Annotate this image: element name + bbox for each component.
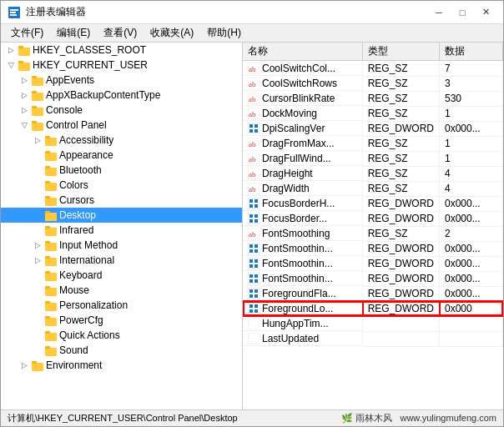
table-row[interactable]: FontSmoothin...REG_DWORD0x000...: [243, 271, 503, 286]
cell-type: REG_SZ: [363, 181, 440, 196]
col-type[interactable]: 类型: [363, 43, 440, 61]
svg-text:ab: ab: [249, 65, 256, 73]
tree-item-bluetooth[interactable]: Bluetooth: [1, 163, 242, 178]
tree-item-quickactions[interactable]: Quick Actions: [1, 328, 242, 343]
expand-icon[interactable]: [31, 148, 44, 162]
tree-panel[interactable]: ▷ HKEY_CLASSES_ROOT ▽ HKEY_CURRENT_USER …: [1, 43, 243, 409]
svg-rect-102: [249, 304, 253, 308]
svg-rect-93: [255, 274, 258, 278]
table-row[interactable]: ab DragFromMax...REG_SZ1: [243, 136, 503, 151]
tree-item-powercfg[interactable]: PowerCfg: [1, 313, 242, 328]
table-row[interactable]: FontSmoothin...REG_DWORD0x000...: [243, 256, 503, 271]
table-row[interactable]: ab CoolSwitchRowsREG_SZ3: [243, 76, 503, 91]
tree-item-controlpanel[interactable]: ▽ Control Panel: [1, 118, 242, 133]
table-row[interactable]: ab DockMovingREG_SZ1: [243, 106, 503, 121]
cell-type: REG_DWORD: [363, 271, 440, 286]
table-row[interactable]: DpiScalingVerREG_DWORD0x000...: [243, 121, 503, 136]
tree-item-personalization[interactable]: Personalization: [1, 298, 242, 313]
svg-rect-44: [45, 348, 57, 356]
table-row[interactable]: ab CursorBlinkRateREG_SZ530: [243, 91, 503, 106]
cell-data: 0x000...: [440, 121, 503, 136]
table-row[interactable]: ForegroundLo...REG_DWORD0x000: [243, 301, 503, 316]
tree-item-accessibility[interactable]: ▷ Accessibility: [1, 133, 242, 148]
expand-icon[interactable]: [31, 193, 44, 207]
tree-item-appevents[interactable]: ▷ AppEvents: [1, 73, 242, 88]
tree-item-appxbackup[interactable]: ▷ AppXBackupContentType: [1, 88, 242, 103]
cell-name: ForegroundLo...: [243, 301, 363, 316]
tree-item-infrared[interactable]: Infrared: [1, 223, 242, 238]
grid-icon: [248, 258, 260, 269]
status-path: 计算机\HKEY_CURRENT_USER\Control Panel\Desk…: [8, 412, 238, 424]
table-row[interactable]: ab DragHeightREG_SZ4: [243, 166, 503, 181]
tree-item-international[interactable]: ▷ International: [1, 253, 242, 268]
expand-icon[interactable]: ▷: [31, 239, 44, 252]
tree-item-desktop[interactable]: Desktop: [1, 208, 242, 223]
cell-name: ab FontSmoothing: [243, 226, 363, 241]
tree-item-colors[interactable]: Colors: [1, 178, 242, 193]
menu-favorites[interactable]: 收藏夹(A): [144, 24, 200, 42]
menu-file[interactable]: 文件(F): [4, 24, 50, 42]
tree-item-appearance[interactable]: Appearance: [1, 148, 242, 163]
expand-icon[interactable]: ▷: [31, 133, 44, 147]
table-row[interactable]: ab DragFullWind...REG_SZ1: [243, 151, 503, 166]
cell-name-text: CursorBlinkRate: [262, 93, 335, 104]
tree-item-keyboard[interactable]: Keyboard: [1, 268, 242, 283]
svg-rect-83: [255, 244, 258, 248]
col-name[interactable]: 名称: [243, 43, 363, 61]
expand-icon[interactable]: ▷: [18, 103, 31, 117]
expand-icon[interactable]: ▷: [18, 359, 31, 372]
table-row[interactable]: HungAppTim...: [243, 316, 503, 331]
expand-icon[interactable]: [31, 163, 44, 177]
cell-name-text: DragFromMax...: [262, 138, 335, 149]
close-button[interactable]: ✕: [475, 4, 496, 21]
expand-icon[interactable]: [31, 314, 44, 327]
expand-icon[interactable]: [31, 284, 44, 297]
expand-icon[interactable]: ▷: [31, 254, 44, 267]
table-row[interactable]: FontSmoothin...REG_DWORD0x000...: [243, 241, 503, 256]
expand-icon[interactable]: ▷: [4, 43, 18, 57]
main-area: ▷ HKEY_CLASSES_ROOT ▽ HKEY_CURRENT_USER …: [1, 43, 503, 409]
table-row[interactable]: FocusBorder...REG_DWORD0x000...: [243, 211, 503, 226]
folder-icon: [44, 269, 58, 282]
expand-icon[interactable]: [31, 344, 44, 357]
tree-label-quickactions: Quick Actions: [59, 329, 120, 341]
svg-rect-14: [32, 123, 43, 131]
table-row[interactable]: ab CoolSwitchCol...REG_SZ7: [243, 61, 503, 77]
expand-icon[interactable]: [31, 269, 44, 282]
minimize-button[interactable]: ─: [428, 4, 450, 21]
expand-icon[interactable]: [31, 208, 44, 222]
menu-help[interactable]: 帮助(H): [200, 24, 248, 42]
expand-icon[interactable]: ▽: [4, 58, 18, 72]
expand-icon[interactable]: [31, 299, 44, 312]
tree-item-cursors[interactable]: Cursors: [1, 193, 242, 208]
col-data[interactable]: 数据: [440, 43, 503, 61]
expand-icon[interactable]: [31, 224, 44, 237]
cell-type: REG_SZ: [363, 61, 440, 77]
tree-item-sound[interactable]: Sound: [1, 343, 242, 358]
expand-icon[interactable]: [31, 178, 44, 192]
maximize-button[interactable]: □: [451, 4, 473, 21]
tree-item-hkcu[interactable]: ▽ HKEY_CURRENT_USER: [1, 58, 242, 73]
svg-text:ab: ab: [249, 170, 256, 178]
menu-edit[interactable]: 编辑(E): [50, 24, 97, 42]
expand-icon[interactable]: ▷: [18, 88, 31, 102]
table-row[interactable]: ab FontSmoothingREG_SZ2: [243, 226, 503, 241]
table-row[interactable]: ForegroundFla...REG_DWORD0x000...: [243, 286, 503, 301]
menu-view[interactable]: 查看(V): [97, 24, 144, 42]
tree-item-hkcr[interactable]: ▷ HKEY_CLASSES_ROOT: [1, 43, 242, 58]
table-row[interactable]: ab DragWidthREG_SZ4: [243, 181, 503, 196]
tree-item-mouse[interactable]: Mouse: [1, 283, 242, 298]
folder-icon: [44, 133, 58, 147]
svg-rect-87: [249, 259, 253, 263]
tree-label-cursors: Cursors: [59, 194, 94, 206]
tree-item-environment[interactable]: ▷ Environment: [1, 358, 242, 373]
table-row[interactable]: LastUpdated: [243, 331, 503, 346]
table-row[interactable]: FocusBorderH...REG_DWORD0x000...: [243, 196, 503, 211]
expand-icon[interactable]: [31, 329, 44, 342]
cell-type: REG_SZ: [363, 151, 440, 166]
tree-item-console[interactable]: ▷ Console: [1, 103, 242, 118]
tree-label-environment: Environment: [46, 359, 102, 371]
expand-icon[interactable]: ▷: [18, 73, 31, 87]
expand-icon[interactable]: ▽: [18, 118, 31, 132]
tree-item-inputmethod[interactable]: ▷ Input Method: [1, 238, 242, 253]
